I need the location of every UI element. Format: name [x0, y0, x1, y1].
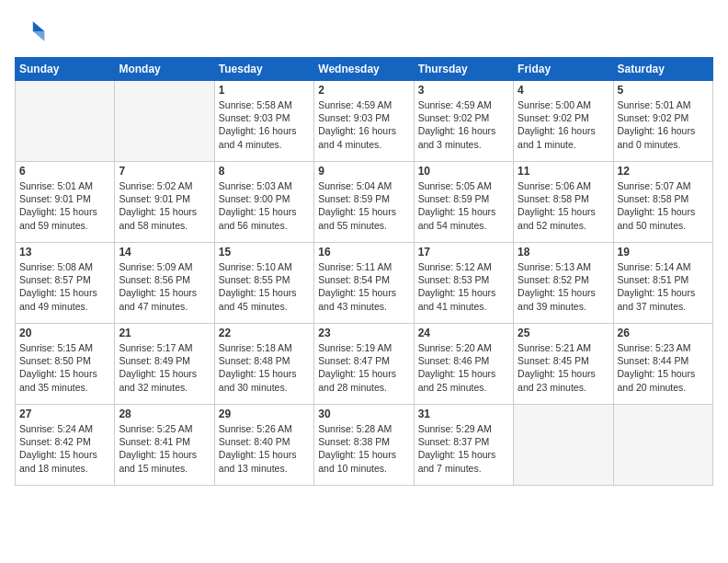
day-number: 11: [518, 165, 609, 178]
logo-icon: [15, 15, 48, 48]
week-row-5: 27Sunrise: 5:24 AMSunset: 8:42 PMDayligh…: [16, 405, 713, 486]
day-number: 31: [418, 408, 509, 420]
calendar-cell: 12Sunrise: 5:07 AMSunset: 8:58 PMDayligh…: [613, 162, 712, 243]
cell-info: Sunrise: 5:03 AMSunset: 9:00 PMDaylight:…: [219, 179, 310, 232]
day-number: 15: [219, 246, 310, 259]
cell-info: Sunrise: 5:26 AMSunset: 8:40 PMDaylight:…: [219, 422, 310, 475]
cell-info: Sunrise: 5:00 AMSunset: 9:02 PMDaylight:…: [518, 98, 609, 151]
calendar-cell: 18Sunrise: 5:13 AMSunset: 8:52 PMDayligh…: [514, 243, 613, 324]
cell-info: Sunrise: 5:08 AMSunset: 8:57 PMDaylight:…: [19, 260, 110, 313]
cell-info: Sunrise: 5:04 AMSunset: 8:59 PMDaylight:…: [318, 179, 409, 232]
day-number: 2: [318, 84, 409, 97]
calendar-cell: 8Sunrise: 5:03 AMSunset: 9:00 PMDaylight…: [214, 162, 313, 243]
calendar-cell: 20Sunrise: 5:15 AMSunset: 8:50 PMDayligh…: [16, 324, 115, 405]
logo: [15, 15, 51, 48]
calendar-cell: [514, 405, 613, 486]
day-number: 12: [618, 165, 709, 178]
calendar-cell: [16, 81, 115, 162]
calendar-table: SundayMondayTuesdayWednesdayThursdayFrid…: [15, 57, 713, 486]
cell-info: Sunrise: 5:02 AMSunset: 9:01 PMDaylight:…: [119, 179, 210, 232]
day-number: 21: [119, 327, 210, 339]
day-number: 9: [318, 165, 409, 178]
svg-marker-0: [33, 21, 45, 31]
cell-info: Sunrise: 5:28 AMSunset: 8:38 PMDaylight:…: [318, 422, 409, 475]
day-number: 16: [318, 246, 409, 259]
cell-info: Sunrise: 5:01 AMSunset: 9:01 PMDaylight:…: [19, 179, 110, 232]
calendar-header-row: SundayMondayTuesdayWednesdayThursdayFrid…: [16, 58, 713, 81]
calendar-cell: 16Sunrise: 5:11 AMSunset: 8:54 PMDayligh…: [314, 243, 414, 324]
cell-info: Sunrise: 5:17 AMSunset: 8:49 PMDaylight:…: [119, 341, 210, 394]
week-row-1: 1Sunrise: 5:58 AMSunset: 9:03 PMDaylight…: [16, 81, 713, 162]
calendar-cell: 7Sunrise: 5:02 AMSunset: 9:01 PMDaylight…: [115, 162, 214, 243]
day-number: 1: [219, 84, 310, 97]
cell-info: Sunrise: 5:01 AMSunset: 9:02 PMDaylight:…: [618, 98, 709, 151]
calendar-cell: 31Sunrise: 5:29 AMSunset: 8:37 PMDayligh…: [414, 405, 513, 486]
calendar-cell: 13Sunrise: 5:08 AMSunset: 8:57 PMDayligh…: [16, 243, 115, 324]
calendar-cell: [613, 405, 712, 486]
day-number: 30: [318, 408, 409, 420]
calendar-cell: 30Sunrise: 5:28 AMSunset: 8:38 PMDayligh…: [314, 405, 414, 486]
calendar-cell: 25Sunrise: 5:21 AMSunset: 8:45 PMDayligh…: [514, 324, 613, 405]
page-header: [15, 15, 713, 48]
cell-info: Sunrise: 5:21 AMSunset: 8:45 PMDaylight:…: [518, 341, 609, 394]
week-row-2: 6Sunrise: 5:01 AMSunset: 9:01 PMDaylight…: [16, 162, 713, 243]
calendar-cell: 1Sunrise: 5:58 AMSunset: 9:03 PMDaylight…: [214, 81, 313, 162]
calendar-cell: 2Sunrise: 4:59 AMSunset: 9:03 PMDaylight…: [314, 81, 414, 162]
calendar-header-friday: Friday: [514, 58, 613, 81]
calendar-cell: 21Sunrise: 5:17 AMSunset: 8:49 PMDayligh…: [115, 324, 214, 405]
day-number: 19: [618, 246, 709, 259]
calendar-cell: 4Sunrise: 5:00 AMSunset: 9:02 PMDaylight…: [514, 81, 613, 162]
day-number: 25: [518, 327, 609, 339]
day-number: 24: [418, 327, 509, 339]
calendar-header-monday: Monday: [115, 58, 214, 81]
calendar-cell: 6Sunrise: 5:01 AMSunset: 9:01 PMDaylight…: [16, 162, 115, 243]
day-number: 28: [119, 408, 210, 420]
day-number: 18: [518, 246, 609, 259]
cell-info: Sunrise: 5:25 AMSunset: 8:41 PMDaylight:…: [119, 422, 210, 475]
calendar-cell: 23Sunrise: 5:19 AMSunset: 8:47 PMDayligh…: [314, 324, 414, 405]
cell-info: Sunrise: 5:15 AMSunset: 8:50 PMDaylight:…: [19, 341, 110, 394]
calendar-header-sunday: Sunday: [16, 58, 115, 81]
cell-info: Sunrise: 5:06 AMSunset: 8:58 PMDaylight:…: [518, 179, 609, 232]
cell-info: Sunrise: 5:19 AMSunset: 8:47 PMDaylight:…: [318, 341, 409, 394]
day-number: 7: [119, 165, 210, 178]
calendar-cell: 10Sunrise: 5:05 AMSunset: 8:59 PMDayligh…: [414, 162, 513, 243]
calendar-header-thursday: Thursday: [414, 58, 513, 81]
day-number: 4: [518, 84, 609, 97]
day-number: 3: [418, 84, 509, 97]
cell-info: Sunrise: 5:10 AMSunset: 8:55 PMDaylight:…: [219, 260, 310, 313]
day-number: 29: [219, 408, 310, 420]
cell-info: Sunrise: 4:59 AMSunset: 9:03 PMDaylight:…: [318, 98, 409, 151]
cell-info: Sunrise: 5:29 AMSunset: 8:37 PMDaylight:…: [418, 422, 509, 475]
cell-info: Sunrise: 5:20 AMSunset: 8:46 PMDaylight:…: [418, 341, 509, 394]
day-number: 22: [219, 327, 310, 339]
calendar-header-saturday: Saturday: [613, 58, 712, 81]
cell-info: Sunrise: 4:59 AMSunset: 9:02 PMDaylight:…: [418, 98, 509, 151]
calendar-header-wednesday: Wednesday: [314, 58, 414, 81]
week-row-3: 13Sunrise: 5:08 AMSunset: 8:57 PMDayligh…: [16, 243, 713, 324]
day-number: 5: [618, 84, 709, 97]
calendar-header-tuesday: Tuesday: [214, 58, 313, 81]
calendar-body: 1Sunrise: 5:58 AMSunset: 9:03 PMDaylight…: [16, 81, 713, 486]
calendar-cell: 15Sunrise: 5:10 AMSunset: 8:55 PMDayligh…: [214, 243, 313, 324]
cell-info: Sunrise: 5:18 AMSunset: 8:48 PMDaylight:…: [219, 341, 310, 394]
cell-info: Sunrise: 5:05 AMSunset: 8:59 PMDaylight:…: [418, 179, 509, 232]
day-number: 26: [618, 327, 709, 339]
day-number: 6: [19, 165, 110, 178]
calendar-cell: 28Sunrise: 5:25 AMSunset: 8:41 PMDayligh…: [115, 405, 214, 486]
day-number: 14: [119, 246, 210, 259]
calendar-cell: 24Sunrise: 5:20 AMSunset: 8:46 PMDayligh…: [414, 324, 513, 405]
day-number: 13: [19, 246, 110, 259]
cell-info: Sunrise: 5:23 AMSunset: 8:44 PMDaylight:…: [618, 341, 709, 394]
day-number: 17: [418, 246, 509, 259]
cell-info: Sunrise: 5:12 AMSunset: 8:53 PMDaylight:…: [418, 260, 509, 313]
day-number: 10: [418, 165, 509, 178]
cell-info: Sunrise: 5:58 AMSunset: 9:03 PMDaylight:…: [219, 98, 310, 151]
calendar-cell: 3Sunrise: 4:59 AMSunset: 9:02 PMDaylight…: [414, 81, 513, 162]
calendar-cell: 17Sunrise: 5:12 AMSunset: 8:53 PMDayligh…: [414, 243, 513, 324]
calendar-cell: 19Sunrise: 5:14 AMSunset: 8:51 PMDayligh…: [613, 243, 712, 324]
cell-info: Sunrise: 5:13 AMSunset: 8:52 PMDaylight:…: [518, 260, 609, 313]
svg-marker-1: [33, 31, 45, 41]
calendar-cell: [115, 81, 214, 162]
cell-info: Sunrise: 5:09 AMSunset: 8:56 PMDaylight:…: [119, 260, 210, 313]
